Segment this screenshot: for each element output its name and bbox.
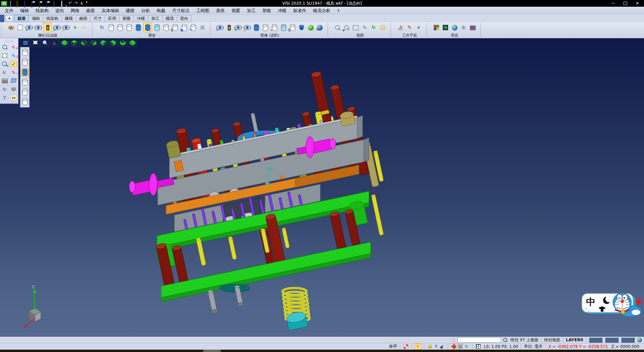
clip-view-icon[interactable]: ✂ <box>216 23 224 32</box>
save-icon[interactable] <box>32 1 32 8</box>
viewport-menu-icon[interactable] <box>21 38 30 47</box>
3d-viewport[interactable]: ZZ ✎✕ ✎S ± ✔ ✎~ <box>0 38 644 337</box>
menu-item[interactable]: ? <box>334 7 343 15</box>
view-iso-icon[interactable] <box>60 38 69 47</box>
new-file-icon[interactable] <box>10 1 11 8</box>
toolbar-options-icon[interactable]: ▼ <box>86 1 87 6</box>
hidden-line-icon[interactable] <box>116 23 124 32</box>
menu-item[interactable]: 建模 <box>122 7 138 15</box>
layer-manager-icon[interactable] <box>2 79 8 83</box>
toolbar-grip[interactable] <box>92 24 94 37</box>
sketch-icon[interactable]: ✎S <box>11 53 17 58</box>
orbit-view-icon[interactable]: ↻ <box>370 23 378 32</box>
toolbar-tab[interactable]: 应用 <box>105 15 119 22</box>
palette-grip[interactable] <box>5 41 13 42</box>
toolbar-grip[interactable] <box>327 24 330 37</box>
globe-options-icon[interactable] <box>450 23 459 32</box>
help-query-icon[interactable]: ? <box>2 95 8 100</box>
shaded-edges-icon[interactable] <box>143 23 152 32</box>
zoom-extents-icon[interactable] <box>31 38 40 47</box>
solid-preview-icon[interactable] <box>11 86 17 92</box>
ime-toolbar[interactable]: 中 ’， <box>581 291 642 318</box>
render-filter-icon[interactable] <box>225 23 233 32</box>
view-front-icon[interactable] <box>99 38 108 47</box>
regen-view-icon[interactable]: ↻ <box>234 23 242 32</box>
rotate-mode-icon[interactable]: ↻ <box>464 344 470 349</box>
lock-label[interactable]: 拴牢 <box>389 344 397 349</box>
render-shaded-active-icon[interactable] <box>21 69 29 76</box>
curve-edit-icon[interactable]: ✎~ <box>11 70 17 75</box>
layer-bars-icon[interactable] <box>458 344 464 349</box>
toolbar-tab[interactable]: 尺寸 <box>90 15 105 22</box>
status-grip[interactable] <box>453 338 455 342</box>
zoom-previous-icon[interactable] <box>333 23 341 32</box>
workplane-edit-icon[interactable]: ✎ <box>406 23 414 32</box>
toolbar-tab[interactable]: 逆向 <box>177 15 192 22</box>
open-file-icon[interactable] <box>17 1 17 8</box>
snap-settings-icon[interactable]: ✳ <box>460 23 468 32</box>
render-transparent-icon[interactable] <box>279 23 287 32</box>
ucs-axis-icon[interactable] <box>50 38 59 47</box>
measure-distance-icon[interactable]: ↔ <box>11 95 17 100</box>
snap-pinwheel-icon[interactable] <box>403 344 409 349</box>
taskbar-segment[interactable] <box>203 350 221 352</box>
rotate-section-icon[interactable]: ↷ <box>189 23 197 32</box>
annotate-view-icon[interactable]: ✎ <box>361 23 369 32</box>
view-iso2-icon[interactable] <box>128 38 137 47</box>
view-left-icon[interactable] <box>79 38 88 47</box>
render-wireframe-icon[interactable] <box>21 49 29 56</box>
menu-item[interactable]: 系统 <box>213 7 228 15</box>
macro-icon[interactable]: ♞ <box>80 1 84 6</box>
toolbar-grip[interactable] <box>210 24 212 37</box>
show-add-icon[interactable]: + <box>25 23 33 32</box>
view-swatch-2[interactable] <box>605 338 619 343</box>
system-settings-icon[interactable] <box>432 23 440 32</box>
menu-item[interactable]: 工程图 <box>193 7 213 15</box>
environment-icon[interactable]: ↷ <box>316 23 324 32</box>
save-as-icon[interactable] <box>39 1 40 8</box>
view-table-icon[interactable] <box>352 23 360 32</box>
flat-shaded-icon[interactable] <box>162 23 170 32</box>
library-icon[interactable] <box>469 23 477 32</box>
box-section-icon[interactable]: ▣ <box>180 23 188 32</box>
search-input[interactable] <box>458 337 501 343</box>
close-button[interactable]: ✕ <box>631 0 643 7</box>
material-shield-icon[interactable] <box>298 23 306 32</box>
maximize-button[interactable] <box>619 0 631 7</box>
window-tile-icon[interactable] <box>11 78 17 83</box>
view-swatch-1[interactable] <box>589 338 602 343</box>
menu-item[interactable]: 标准件 <box>290 7 310 15</box>
view-right-icon[interactable] <box>89 38 98 47</box>
menu-item[interactable]: 曲面 <box>83 7 98 15</box>
workplane-create-icon[interactable] <box>396 23 405 32</box>
toolbar-tab[interactable]: 冲模 <box>133 15 148 22</box>
view-bottom-icon[interactable] <box>118 38 127 47</box>
minimize-button[interactable]: ─ <box>607 0 619 7</box>
toolbar-tab[interactable]: 建模 <box>61 15 76 22</box>
visibility-filter-icon[interactable] <box>43 23 52 32</box>
save-copy-icon[interactable] <box>46 1 47 8</box>
regen-icon[interactable]: ↻ <box>98 23 106 32</box>
menu-item[interactable]: 文件 <box>1 7 17 15</box>
preview-icon[interactable] <box>61 0 62 8</box>
menu-item[interactable]: 网格 <box>67 7 83 15</box>
render-shaded-icon[interactable] <box>252 23 260 32</box>
view-back-icon[interactable] <box>108 38 117 47</box>
refresh-visibility-icon[interactable]: ↻ <box>53 23 61 32</box>
view-top-icon[interactable] <box>69 38 78 47</box>
stamp-icon[interactable] <box>427 344 433 349</box>
toolbar-grip[interactable] <box>1 24 3 37</box>
import-file-icon[interactable] <box>24 1 25 8</box>
gem-snap-icon[interactable] <box>451 344 458 350</box>
wireframe-icon[interactable] <box>107 23 115 32</box>
clip-section-icon[interactable]: § <box>171 23 179 32</box>
dynamic-rotate-icon[interactable] <box>2 70 8 75</box>
transparent-shaded-icon[interactable] <box>153 23 161 32</box>
menu-item[interactable]: 尺寸标注 <box>169 7 193 15</box>
print-icon[interactable] <box>54 1 54 8</box>
toolbar-tab[interactable]: 塑膜 <box>119 15 134 22</box>
context-help-icon[interactable]: ? <box>433 344 439 349</box>
search-icon[interactable] <box>503 338 507 342</box>
menu-item[interactable]: 冲模 <box>274 7 290 15</box>
redo-icon[interactable]: ↷ <box>74 1 78 6</box>
